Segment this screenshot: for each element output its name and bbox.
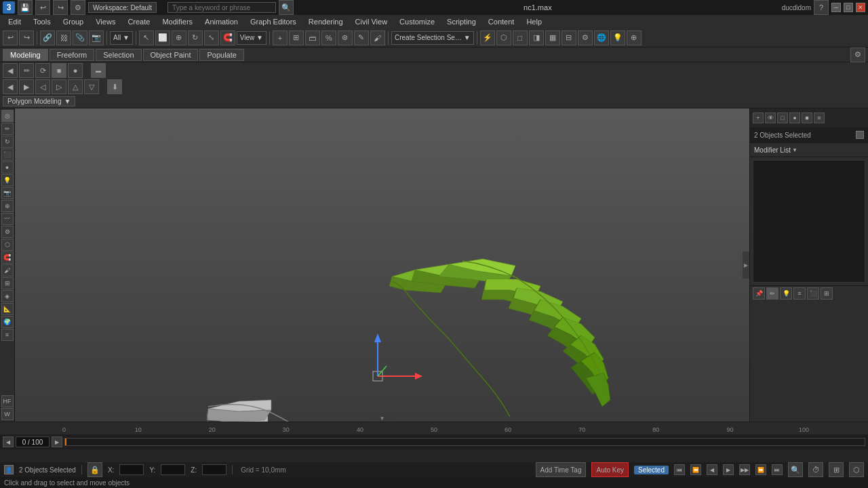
array-btn[interactable]: 🗃: [305, 30, 320, 45]
menu-graph-editors[interactable]: Graph Editors: [245, 17, 302, 26]
menu-animation[interactable]: Animation: [199, 17, 243, 26]
left-system-btn[interactable]: ⚙: [1, 226, 14, 238]
tab-populate[interactable]: Populate: [199, 49, 243, 61]
redo-button[interactable]: ↪: [19, 30, 34, 45]
select-btn[interactable]: ↖: [139, 30, 154, 45]
left-sphere-btn[interactable]: ●: [1, 161, 14, 174]
render-btn8[interactable]: ⊕: [627, 30, 642, 45]
paint-btn[interactable]: 🖌: [370, 30, 385, 45]
rp-view-btn[interactable]: 👁: [765, 113, 776, 123]
mod-icon-edit[interactable]: ✏: [766, 287, 778, 300]
align-btn[interactable]: +: [273, 30, 288, 45]
snap2-btn[interactable]: ⊛: [338, 30, 353, 45]
i2-btn5[interactable]: △: [68, 79, 83, 94]
rp-more-btn[interactable]: ≡: [814, 113, 825, 123]
play-prev-frame-btn[interactable]: ◀: [707, 464, 717, 475]
menu-rendering[interactable]: Rendering: [303, 17, 349, 26]
menu-views[interactable]: Views: [90, 17, 121, 26]
link-button[interactable]: 🔗: [40, 30, 55, 45]
select-region-btn[interactable]: ⬜: [155, 30, 170, 45]
render-btn7[interactable]: 💡: [610, 30, 625, 45]
tab-modeling[interactable]: Modeling: [3, 49, 48, 61]
poly-edit-btn[interactable]: ▬: [91, 63, 106, 78]
polygon-modeling-dropdown[interactable]: Polygon Modeling ▼: [3, 96, 75, 106]
pencil-btn[interactable]: ✏: [19, 63, 34, 78]
left-extra-btn[interactable]: ◈: [1, 290, 14, 302]
search-input[interactable]: [167, 2, 276, 13]
render-btn5[interactable]: ⚙: [578, 30, 593, 45]
snap-btn[interactable]: 🧲: [220, 30, 235, 45]
close-button[interactable]: ✕: [856, 3, 865, 12]
menu-scripting[interactable]: Scripting: [441, 17, 481, 26]
create-selection-dropdown[interactable]: Create Selection Se… ▼: [391, 31, 474, 45]
bind-button[interactable]: 📎: [73, 30, 87, 45]
rp-circle-btn[interactable]: ●: [789, 113, 800, 123]
view-dropdown[interactable]: View ▼: [237, 31, 267, 45]
i2-btn3[interactable]: ◁: [35, 79, 50, 94]
search-icon[interactable]: 🔍: [279, 0, 294, 15]
rotate-btn[interactable]: ↻: [188, 30, 203, 45]
play-back-btn[interactable]: ⏪: [690, 464, 701, 475]
percent-btn[interactable]: %: [321, 30, 336, 45]
play-btn[interactable]: ▶: [723, 464, 734, 475]
render-btn1[interactable]: □: [513, 30, 528, 45]
schematic-btn[interactable]: ⚡: [480, 30, 495, 45]
i2-btn6[interactable]: ▽: [84, 79, 99, 94]
left-light-btn[interactable]: 💡: [1, 174, 14, 186]
left-paint-btn[interactable]: 🖌: [1, 264, 14, 277]
left-helper-btn[interactable]: ⊕: [1, 200, 14, 212]
viewport-expand-right[interactable]: ▶: [743, 251, 749, 279]
render-btn4[interactable]: ⊟: [561, 30, 576, 45]
menu-content[interactable]: Content: [483, 17, 520, 26]
material-btn[interactable]: ⬡: [496, 30, 511, 45]
viewport-controls-btn[interactable]: ⊞: [829, 462, 844, 477]
play-prev-btn[interactable]: ⏮: [674, 464, 685, 475]
help-icon[interactable]: ?: [814, 0, 829, 15]
x-input[interactable]: [119, 464, 144, 475]
box-btn[interactable]: ■: [52, 63, 66, 78]
rp-render-btn[interactable]: □: [777, 113, 788, 123]
menu-civil-view[interactable]: Civil View: [350, 17, 393, 26]
timeline-prev-arrow[interactable]: ◀: [3, 436, 14, 447]
left-grid-btn[interactable]: ⊞: [1, 277, 14, 289]
viewport[interactable]: [+] | [Orthographic] | [ Smooth + Highli…: [15, 108, 749, 422]
timeline-track[interactable]: [64, 438, 865, 446]
menu-group[interactable]: Group: [58, 17, 90, 26]
menu-modifiers[interactable]: Modifiers: [157, 17, 198, 26]
add-time-tag-btn[interactable]: Add Time Tag: [536, 462, 587, 477]
left-loop-btn[interactable]: ↻: [1, 136, 14, 148]
left-spline-btn[interactable]: 〰: [1, 213, 14, 225]
timeline-next-arrow[interactable]: ▶: [52, 436, 62, 447]
nav-back-btn[interactable]: ◀: [3, 63, 18, 78]
time-config-btn[interactable]: ⏱: [808, 462, 823, 477]
quick-access-1[interactable]: 💾: [18, 0, 33, 15]
frame-input[interactable]: [16, 436, 50, 447]
filter-dropdown[interactable]: All ▼: [110, 31, 133, 45]
sphere-btn[interactable]: ●: [68, 63, 83, 78]
menu-tools[interactable]: Tools: [28, 17, 56, 26]
menu-edit[interactable]: Edit: [3, 17, 26, 26]
left-wire-btn[interactable]: ⬡: [1, 239, 14, 251]
mod-icon-box[interactable]: ⬛: [807, 287, 819, 300]
menu-customize[interactable]: Customize: [394, 17, 440, 26]
select-move-btn[interactable]: ⊕: [172, 30, 186, 45]
left-ribbon-btn[interactable]: ≡: [1, 329, 14, 341]
mod-icon-list[interactable]: ≡: [793, 287, 806, 300]
minimize-button[interactable]: ─: [831, 3, 841, 12]
i2-btn4[interactable]: ▷: [52, 79, 66, 94]
left-snap-btn[interactable]: 🧲: [1, 251, 14, 264]
history-btn[interactable]: ⟳: [35, 63, 50, 78]
z-input[interactable]: [202, 464, 226, 475]
mirror-btn[interactable]: ⊞: [289, 30, 304, 45]
edit-btn[interactable]: ✎: [354, 30, 369, 45]
maximize-button[interactable]: □: [844, 3, 853, 12]
undo-button[interactable]: ↩: [3, 30, 18, 45]
play-end-btn[interactable]: ⏭: [772, 464, 783, 475]
viewport-toggle-btn[interactable]: ⬡: [849, 462, 864, 477]
y-input[interactable]: [161, 464, 185, 475]
left-bottom-btn2[interactable]: W: [1, 408, 14, 420]
unlink-button[interactable]: ⛓: [56, 30, 71, 45]
tab-settings-btn[interactable]: ⚙: [850, 47, 865, 62]
i2-btn1[interactable]: ◀: [3, 79, 18, 94]
mod-icon-grid[interactable]: ⊞: [821, 287, 833, 300]
